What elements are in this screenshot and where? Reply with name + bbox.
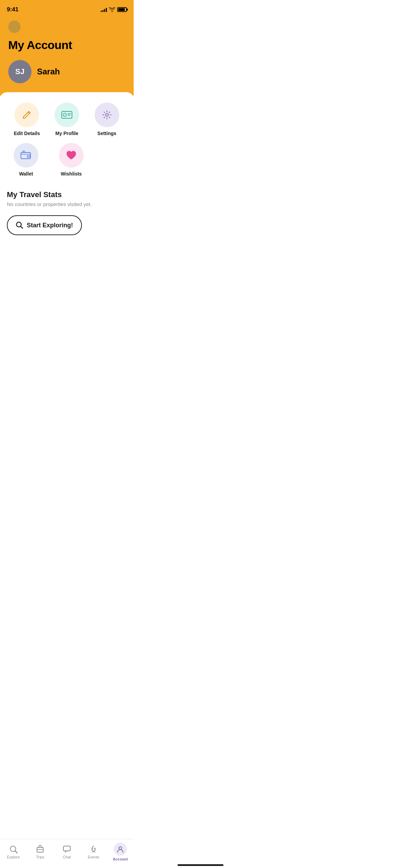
start-exploring-button[interactable]: Start Exploring! (7, 215, 82, 235)
svg-rect-6 (27, 156, 30, 157)
my-profile-icon-circle (54, 103, 79, 127)
svg-line-9 (21, 227, 23, 229)
travel-stats-title: My Travel Stats (7, 190, 127, 199)
wifi-icon (109, 7, 115, 12)
status-time: 9:41 (7, 6, 19, 13)
signal-icon (101, 7, 107, 12)
pencil-icon (21, 109, 32, 120)
profile-card-icon (61, 110, 73, 120)
avatar[interactable]: SJ (8, 60, 32, 83)
heart-icon (65, 150, 77, 161)
search-icon (16, 221, 23, 229)
wallet-icon-circle (14, 143, 38, 168)
main-content: Edit Details My Profile (0, 92, 134, 298)
action-settings[interactable]: Settings (87, 103, 127, 136)
settings-icon-circle (95, 103, 119, 127)
wishlists-icon-circle (59, 143, 84, 168)
travel-stats-section: My Travel Stats No countries or properti… (7, 190, 127, 207)
my-profile-label: My Profile (56, 131, 78, 136)
user-info: SJ Sarah (8, 60, 125, 83)
notification-dot (8, 21, 21, 33)
edit-details-icon-circle (14, 103, 39, 127)
header-section: My Account SJ Sarah (0, 17, 134, 96)
status-bar: 9:41 (0, 0, 134, 17)
page-title: My Account (8, 38, 125, 52)
user-name: Sarah (37, 67, 60, 76)
wishlists-label: Wishlists (61, 171, 82, 177)
edit-details-label: Edit Details (14, 131, 40, 136)
action-edit-details[interactable]: Edit Details (7, 103, 47, 136)
gear-icon (101, 109, 112, 120)
wallet-icon (20, 150, 32, 160)
quick-actions-row-2: Wallet Wishlists (7, 143, 127, 177)
svg-rect-1 (63, 113, 66, 117)
quick-actions-row-1: Edit Details My Profile (7, 103, 127, 136)
status-icons (101, 7, 127, 12)
start-exploring-label: Start Exploring! (27, 222, 73, 229)
action-my-profile[interactable]: My Profile (47, 103, 87, 136)
action-wallet[interactable]: Wallet (14, 143, 38, 177)
travel-stats-subtitle: No countries or properties visited yet. (7, 201, 127, 207)
svg-point-4 (106, 113, 108, 116)
battery-icon (117, 7, 127, 12)
wallet-label: Wallet (19, 171, 33, 177)
action-wishlists[interactable]: Wishlists (59, 143, 84, 177)
settings-label: Settings (97, 131, 116, 136)
